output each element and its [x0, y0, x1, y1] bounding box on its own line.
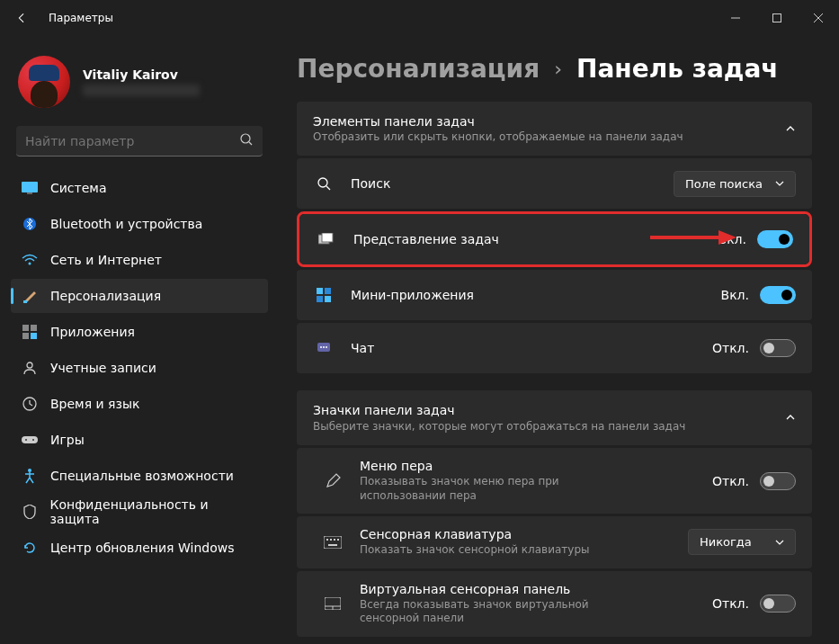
- nav-gaming[interactable]: Игры: [11, 423, 268, 457]
- chevron-up-icon: [785, 409, 796, 426]
- profile[interactable]: Vitaliy Kairov: [11, 43, 268, 124]
- svg-line-5: [249, 142, 252, 145]
- breadcrumb: Персонализация › Панель задач: [297, 47, 812, 102]
- touchpad-toggle[interactable]: [760, 595, 796, 613]
- svg-rect-7: [27, 192, 32, 194]
- chevron-down-icon: [775, 538, 784, 547]
- window-title: Параметры: [49, 12, 113, 24]
- breadcrumb-parent[interactable]: Персонализация: [297, 54, 540, 84]
- minimize-button[interactable]: [715, 4, 756, 32]
- game-icon: [22, 432, 38, 448]
- row-search: Поиск Поле поиска: [297, 158, 812, 209]
- row-widgets: Мини-приложения Вкл.: [297, 270, 812, 320]
- nav-privacy[interactable]: Конфиденциальность и защита: [11, 495, 268, 529]
- svg-rect-27: [317, 288, 323, 294]
- pen-icon: [324, 472, 342, 490]
- chevron-up-icon: [785, 121, 796, 138]
- svg-rect-37: [330, 539, 332, 541]
- svg-line-22: [326, 186, 330, 190]
- svg-rect-40: [328, 544, 337, 546]
- main-content: Персонализация › Панель задач Элементы п…: [279, 36, 839, 644]
- svg-point-4: [241, 134, 250, 143]
- svg-rect-13: [22, 333, 29, 339]
- nav-bluetooth[interactable]: Bluetooth и устройства: [11, 207, 268, 241]
- widgets-toggle[interactable]: [760, 286, 796, 304]
- display-icon: [22, 180, 38, 196]
- avatar: [18, 56, 70, 108]
- svg-point-19: [32, 439, 34, 441]
- shield-icon: [22, 504, 38, 520]
- svg-point-32: [320, 346, 322, 348]
- nav-time[interactable]: Время и язык: [11, 387, 268, 421]
- widgets-icon: [315, 286, 333, 304]
- svg-rect-17: [22, 436, 38, 443]
- search-box[interactable]: [16, 126, 263, 157]
- svg-point-9: [29, 263, 31, 265]
- touch-keyboard-dropdown[interactable]: Никогда: [688, 529, 796, 555]
- svg-point-15: [27, 362, 32, 368]
- row-taskview: Представление задач Вкл.: [299, 214, 809, 264]
- svg-rect-12: [31, 325, 37, 331]
- svg-rect-11: [22, 325, 29, 331]
- row-touch-keyboard: Сенсорная клавиатура Показать значок сен…: [297, 516, 812, 568]
- svg-rect-30: [325, 296, 331, 302]
- titlebar: Параметры: [0, 0, 839, 36]
- nav-network[interactable]: Сеть и Интернет: [11, 243, 268, 277]
- search-mode-dropdown[interactable]: Поле поиска: [674, 171, 796, 197]
- user-icon: [22, 360, 38, 376]
- nav-accessibility[interactable]: Специальные возможности: [11, 459, 268, 493]
- close-button[interactable]: [798, 4, 839, 32]
- keyboard-icon: [324, 533, 342, 551]
- pen-toggle[interactable]: [760, 472, 796, 490]
- row-pen: Меню пера Показывать значок меню пера пр…: [297, 448, 812, 514]
- svg-rect-1: [773, 14, 781, 22]
- svg-point-33: [323, 346, 325, 348]
- chevron-down-icon: [775, 179, 784, 188]
- svg-point-21: [318, 178, 327, 187]
- taskview-toggle[interactable]: [757, 230, 793, 248]
- wifi-icon: [22, 252, 38, 268]
- svg-rect-35: [324, 536, 342, 549]
- accessibility-icon: [22, 468, 38, 484]
- breadcrumb-separator: ›: [554, 58, 562, 80]
- svg-rect-6: [22, 182, 38, 192]
- search-icon: [315, 174, 333, 192]
- row-chat: Чат Откл.: [297, 323, 812, 373]
- section-taskbar-icons[interactable]: Значки панели задач Выберите значки, кот…: [297, 390, 812, 445]
- user-email: [83, 85, 200, 96]
- svg-rect-24: [322, 233, 333, 242]
- row-touchpad: Виртуальная сенсорная панель Всегда пока…: [297, 571, 812, 637]
- svg-rect-36: [326, 539, 328, 541]
- user-name: Vitaliy Kairov: [83, 67, 200, 82]
- apps-icon: [22, 324, 38, 340]
- nav-apps[interactable]: Приложения: [11, 315, 268, 349]
- search-input[interactable]: [25, 134, 239, 148]
- svg-rect-29: [317, 296, 323, 302]
- svg-point-34: [326, 346, 327, 348]
- svg-point-20: [28, 469, 31, 472]
- sidebar: Vitaliy Kairov Система Bluetooth и устро…: [0, 36, 279, 644]
- page-title: Панель задач: [576, 54, 779, 84]
- chat-toggle[interactable]: [760, 339, 796, 357]
- nav-accounts[interactable]: Учетные записи: [11, 351, 268, 385]
- back-button[interactable]: [13, 9, 31, 27]
- touchpad-icon: [324, 595, 342, 613]
- nav-personalization[interactable]: Персонализация: [11, 279, 268, 313]
- search-icon: [239, 132, 254, 150]
- svg-rect-14: [31, 333, 37, 339]
- update-icon: [22, 540, 38, 556]
- svg-rect-39: [337, 539, 339, 541]
- svg-rect-10: [23, 300, 27, 303]
- clock-icon: [22, 396, 38, 412]
- taskview-icon: [317, 230, 335, 248]
- highlighted-annotation: Представление задач Вкл.: [297, 211, 812, 267]
- maximize-button[interactable]: [756, 4, 798, 32]
- brush-icon: [22, 288, 38, 304]
- bluetooth-icon: [22, 216, 38, 232]
- nav-update[interactable]: Центр обновления Windows: [11, 531, 268, 565]
- section-taskbar-items[interactable]: Элементы панели задач Отобразить или скр…: [297, 102, 812, 156]
- svg-point-18: [25, 439, 27, 441]
- svg-rect-28: [325, 288, 331, 294]
- svg-rect-38: [334, 539, 335, 541]
- nav-system[interactable]: Система: [11, 171, 268, 205]
